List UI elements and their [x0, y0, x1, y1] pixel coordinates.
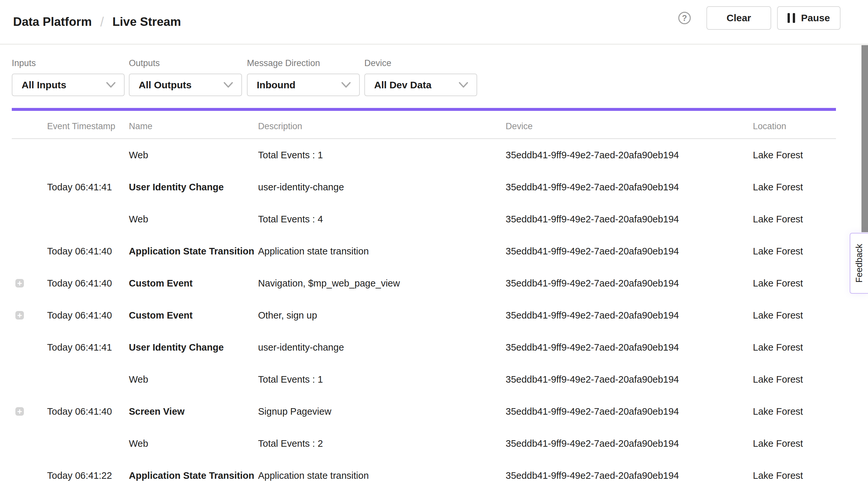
cell-location: Lake Forest [753, 438, 836, 449]
column-header-timestamp: Event Timestamp [47, 121, 129, 131]
cell-device: 35eddb41-9ff9-49e2-7aed-20afa90eb194 [506, 438, 753, 449]
cell-timestamp: Today 06:41:40 [47, 278, 129, 289]
cell-device: 35eddb41-9ff9-49e2-7aed-20afa90eb194 [506, 150, 753, 160]
cell-name: Application State Transition [129, 246, 258, 257]
table-body: + Web Total Events : 1 35eddb41-9ff9-49e… [12, 139, 836, 486]
column-header-location: Location [753, 121, 836, 131]
table-row[interactable]: + Today 06:41:41 User Identity Change us… [12, 171, 836, 203]
cell-location: Lake Forest [753, 310, 836, 321]
accent-divider [12, 108, 836, 111]
table-row[interactable]: + Today 06:41:40 Custom Event Navigation… [12, 267, 836, 299]
filter-group: Outputs All Outputs [129, 58, 242, 96]
filter-label: Inputs [12, 58, 125, 68]
cell-description: Application state transition [258, 246, 506, 257]
cell-description: Total Events : 1 [258, 150, 506, 160]
feedback-tab-label: Feedback [854, 244, 864, 283]
cell-name: User Identity Change [129, 342, 258, 353]
page-header: Data Platform / Live Stream ? Clear Paus… [0, 0, 868, 44]
cell-location: Lake Forest [753, 214, 836, 225]
filter-label: Message Direction [247, 58, 360, 68]
events-table: Event Timestamp Name Description Device … [12, 111, 836, 486]
cell-description: Navigation, $mp_web_page_view [258, 278, 506, 289]
chevron-down-icon [459, 82, 468, 88]
expand-plus-icon[interactable]: + [16, 311, 24, 320]
table-row[interactable]: + Web Total Events : 4 35eddb41-9ff9-49e… [12, 203, 836, 235]
cell-name: Web [129, 374, 258, 385]
cell-description: Application state transition [258, 470, 506, 481]
column-header-device: Device [506, 121, 753, 131]
cell-location: Lake Forest [753, 342, 836, 353]
cell-timestamp: Today 06:41:41 [47, 342, 129, 353]
filter-dropdown-value: All Outputs [139, 80, 192, 91]
cell-name: Web [129, 438, 258, 449]
cell-description: user-identity-change [258, 182, 506, 193]
cell-location: Lake Forest [753, 246, 836, 257]
table-row[interactable]: + Today 06:41:40 Screen View Signup Page… [12, 395, 836, 427]
filters-bar: Inputs All Inputs Outputs All Outputs Me… [0, 58, 868, 97]
table-row[interactable]: + Today 06:41:22 Application State Trans… [12, 459, 836, 486]
header-actions: ? Clear Pause [0, 0, 868, 44]
filter-dropdown-value: All Dev Data [374, 80, 431, 91]
cell-device: 35eddb41-9ff9-49e2-7aed-20afa90eb194 [506, 246, 753, 257]
table-row[interactable]: + Today 06:41:40 Custom Event Other, sig… [12, 299, 836, 331]
cell-name: Web [129, 214, 258, 225]
cell-name: Application State Transition [129, 470, 258, 481]
cell-device: 35eddb41-9ff9-49e2-7aed-20afa90eb194 [506, 310, 753, 321]
cell-description: Total Events : 4 [258, 214, 506, 225]
live-stream-page: Data Platform / Live Stream ? Clear Paus… [0, 0, 868, 486]
filter-label: Outputs [129, 58, 242, 68]
cell-location: Lake Forest [753, 278, 836, 289]
cell-name: Custom Event [129, 310, 258, 321]
pause-icon [787, 13, 795, 23]
cell-timestamp: Today 06:41:40 [47, 246, 129, 257]
table-row[interactable]: + Web Total Events : 1 35eddb41-9ff9-49e… [12, 363, 836, 395]
cell-description: Total Events : 1 [258, 374, 506, 385]
expand-plus-icon[interactable]: + [16, 279, 24, 287]
clear-button-label: Clear [726, 12, 751, 24]
chevron-down-icon [341, 82, 350, 88]
cell-device: 35eddb41-9ff9-49e2-7aed-20afa90eb194 [506, 406, 753, 417]
filter-label: Device [364, 58, 477, 68]
chevron-down-icon [224, 82, 233, 88]
table-row[interactable]: + Today 06:41:40 Application State Trans… [12, 235, 836, 267]
filter-dropdown-value: Inbound [257, 80, 295, 91]
pause-button[interactable]: Pause [777, 6, 840, 30]
pause-button-label: Pause [801, 12, 830, 24]
table-header-row: Event Timestamp Name Description Device … [12, 111, 836, 139]
cell-description: Other, sign up [258, 310, 506, 321]
cell-timestamp: Today 06:41:40 [47, 406, 129, 417]
filter-dropdown[interactable]: Inbound [247, 73, 360, 96]
expand-plus-icon[interactable]: + [16, 407, 24, 416]
table-row[interactable]: + Today 06:41:41 User Identity Change us… [12, 331, 836, 363]
cell-timestamp: Today 06:41:22 [47, 470, 129, 481]
help-icon[interactable]: ? [678, 12, 691, 24]
filter-dropdown-value: All Inputs [22, 80, 66, 91]
cell-location: Lake Forest [753, 182, 836, 193]
filter-dropdown[interactable]: All Inputs [12, 73, 125, 96]
cell-location: Lake Forest [753, 374, 836, 385]
vertical-scrollbar-thumb[interactable] [862, 45, 868, 232]
chevron-down-icon [106, 82, 116, 88]
cell-timestamp: Today 06:41:41 [47, 182, 129, 193]
filter-group: Message Direction Inbound [247, 58, 360, 96]
cell-name: Screen View [129, 406, 258, 417]
feedback-tab[interactable]: Feedback [850, 233, 868, 294]
cell-location: Lake Forest [753, 406, 836, 417]
filter-dropdown[interactable]: All Dev Data [364, 73, 477, 96]
cell-name: User Identity Change [129, 182, 258, 193]
cell-description: user-identity-change [258, 342, 506, 353]
filter-group: Inputs All Inputs [12, 58, 125, 96]
cell-location: Lake Forest [753, 150, 836, 160]
cell-device: 35eddb41-9ff9-49e2-7aed-20afa90eb194 [506, 214, 753, 225]
table-row[interactable]: + Web Total Events : 1 35eddb41-9ff9-49e… [12, 139, 836, 171]
cell-description: Signup Pageview [258, 406, 506, 417]
table-row[interactable]: + Web Total Events : 2 35eddb41-9ff9-49e… [12, 427, 836, 459]
cell-device: 35eddb41-9ff9-49e2-7aed-20afa90eb194 [506, 342, 753, 353]
cell-device: 35eddb41-9ff9-49e2-7aed-20afa90eb194 [506, 182, 753, 193]
filter-group: Device All Dev Data [364, 58, 477, 96]
cell-description: Total Events : 2 [258, 438, 506, 449]
filter-dropdown[interactable]: All Outputs [129, 73, 242, 96]
clear-button[interactable]: Clear [707, 6, 771, 30]
column-header-name: Name [129, 121, 258, 131]
cell-location: Lake Forest [753, 470, 836, 481]
